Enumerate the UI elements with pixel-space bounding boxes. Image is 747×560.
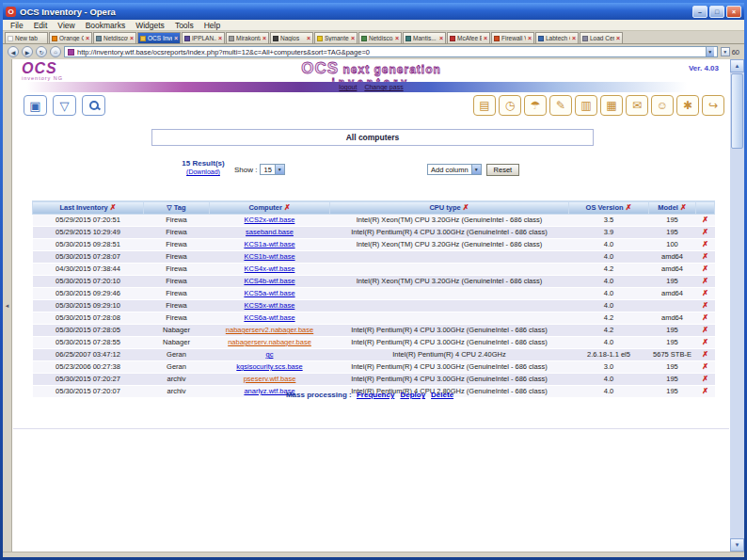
reset-button[interactable]: Reset bbox=[486, 164, 520, 176]
tab-close-icon[interactable]: × bbox=[484, 35, 487, 41]
download-link[interactable]: (Download) bbox=[170, 168, 236, 175]
title-bar[interactable]: O OCS Inventory - Opera – □ × bbox=[3, 3, 744, 20]
delete-row-icon[interactable]: ✗ bbox=[702, 301, 708, 310]
label-icon[interactable]: ✎ bbox=[549, 95, 572, 116]
all-computers-icon[interactable]: ▣ bbox=[24, 95, 47, 116]
zoom-dropdown-icon[interactable]: ▼ bbox=[721, 47, 730, 56]
users-icon[interactable]: ☺ bbox=[651, 95, 674, 116]
menu-item[interactable]: View bbox=[57, 21, 74, 30]
agent-icon[interactable]: ☂ bbox=[524, 95, 547, 116]
delete-row-icon[interactable]: ✗ bbox=[702, 289, 708, 297]
mass-processing-link[interactable]: Deploy bbox=[400, 391, 425, 399]
computer-link[interactable]: pseserv.wtf.base bbox=[244, 375, 296, 383]
remove-column-icon[interactable]: ✗ bbox=[110, 203, 117, 212]
computer-link[interactable]: saseband.base bbox=[246, 228, 294, 236]
delete-row-icon[interactable]: ✗ bbox=[702, 375, 708, 383]
browser-tab[interactable]: Mirakonta... × bbox=[226, 32, 269, 43]
menu-item[interactable]: Edit bbox=[34, 21, 48, 30]
scroll-track[interactable] bbox=[730, 72, 744, 538]
computer-link[interactable]: kgsisocurity.scs.base bbox=[236, 362, 302, 371]
search-icon[interactable] bbox=[82, 95, 105, 116]
remove-column-icon[interactable]: ✗ bbox=[284, 203, 291, 212]
scroll-down-icon[interactable]: ▼ bbox=[730, 538, 744, 552]
tab-close-icon[interactable]: × bbox=[130, 35, 134, 41]
browser-tab[interactable]: OCS Inven... × bbox=[137, 32, 181, 43]
computer-link[interactable]: KCS1b-wtf.base bbox=[244, 252, 294, 261]
menu-item[interactable]: Bookmarks bbox=[86, 21, 126, 30]
mass-processing-link[interactable]: Frequency bbox=[357, 391, 394, 399]
column-header[interactable]: Model ✗ bbox=[649, 201, 696, 215]
show-select[interactable]: 15 ▼ bbox=[260, 164, 284, 175]
tab-close-icon[interactable]: × bbox=[174, 35, 178, 41]
logout-icon[interactable]: ↪ bbox=[702, 95, 724, 116]
computer-link[interactable]: KCS5a-wtf.base bbox=[244, 289, 294, 297]
column-header[interactable]: CPU type ✗ bbox=[330, 201, 569, 215]
chevron-down-icon[interactable]: ▼ bbox=[471, 165, 481, 174]
delete-row-icon[interactable]: ✗ bbox=[702, 252, 708, 261]
remove-column-icon[interactable]: ✗ bbox=[463, 203, 469, 212]
browser-tab[interactable]: Orange CM... × bbox=[49, 32, 92, 43]
change-pass-link[interactable]: Change pass bbox=[364, 84, 403, 90]
column-header[interactable] bbox=[696, 201, 715, 215]
minimize-button[interactable]: – bbox=[692, 6, 707, 18]
dictionary-icon[interactable]: ▤ bbox=[473, 95, 496, 116]
computer-link[interactable]: KCS6a-wtf.base bbox=[244, 313, 294, 322]
browser-tab[interactable]: McAfee E... × bbox=[447, 32, 490, 43]
duplicates-icon[interactable]: ▦ bbox=[600, 95, 623, 116]
delete-row-icon[interactable]: ✗ bbox=[702, 362, 708, 371]
computer-link[interactable]: KCS5x-wtf.base bbox=[245, 301, 295, 310]
column-header[interactable]: ▽ Tag bbox=[144, 201, 210, 215]
remove-column-icon[interactable]: ✗ bbox=[626, 203, 632, 212]
computer-link[interactable]: KCS2x-wtf.base bbox=[245, 216, 295, 224]
tab-close-icon[interactable]: × bbox=[616, 35, 620, 41]
computer-link[interactable]: KCS4b-wtf.base bbox=[244, 277, 294, 285]
reload-icon[interactable]: ↻ bbox=[36, 46, 47, 57]
url-dropdown-icon[interactable]: ▼ bbox=[706, 47, 714, 56]
tab-close-icon[interactable]: × bbox=[218, 35, 222, 41]
browser-tab[interactable]: Firewall V... × bbox=[491, 32, 534, 43]
back-icon[interactable]: ◀ bbox=[8, 46, 19, 57]
tab-close-icon[interactable]: × bbox=[528, 35, 532, 41]
remove-column-icon[interactable]: ✗ bbox=[680, 203, 687, 212]
menu-item[interactable]: File bbox=[10, 21, 24, 30]
browser-tab[interactable]: IPPLAN... × bbox=[182, 32, 225, 43]
computer-link[interactable]: nabagerserv.nabager.base bbox=[228, 338, 311, 346]
delete-row-icon[interactable]: ✗ bbox=[702, 338, 708, 346]
tab-close-icon[interactable]: × bbox=[262, 35, 266, 41]
chevron-down-icon[interactable]: ▼ bbox=[275, 165, 284, 174]
home-icon[interactable]: ⌂ bbox=[50, 46, 61, 57]
browser-tab[interactable]: Netdisco... × bbox=[358, 32, 402, 43]
close-button[interactable]: × bbox=[726, 6, 741, 18]
tab-close-icon[interactable]: × bbox=[439, 35, 443, 41]
queue-icon[interactable]: ▥ bbox=[575, 95, 597, 116]
tab-close-icon[interactable]: × bbox=[572, 35, 576, 41]
browser-tab[interactable]: Nagios × bbox=[270, 32, 313, 43]
tab-close-icon[interactable]: × bbox=[395, 35, 399, 41]
forward-icon[interactable]: ▶ bbox=[22, 46, 33, 57]
browser-tab[interactable]: Mantis... × bbox=[403, 32, 446, 43]
logout-link[interactable]: logout bbox=[339, 84, 357, 90]
maximize-button[interactable]: □ bbox=[709, 6, 724, 18]
new-tab-button[interactable]: New tab bbox=[5, 32, 48, 43]
url-input[interactable]: http://inventory.wtf.base/ocsreports/ind… bbox=[64, 46, 718, 57]
mass-processing-link[interactable]: Delete bbox=[431, 391, 453, 399]
config-icon[interactable]: ✱ bbox=[676, 95, 699, 116]
column-header[interactable]: OS Version ✗ bbox=[569, 201, 649, 215]
menu-item[interactable]: Tools bbox=[175, 21, 194, 30]
zoom-indicator[interactable]: ▼ 60 bbox=[721, 47, 739, 56]
tag-filter-icon[interactable]: ▽ bbox=[53, 95, 76, 116]
panel-toggle[interactable]: ◂ bbox=[3, 59, 12, 552]
browser-tab[interactable]: Load Cert... × bbox=[580, 32, 623, 43]
browser-tab[interactable]: Symantec... × bbox=[314, 32, 358, 43]
delete-row-icon[interactable]: ✗ bbox=[702, 277, 708, 285]
tab-close-icon[interactable]: × bbox=[307, 35, 310, 41]
tab-close-icon[interactable]: × bbox=[86, 35, 89, 41]
messages-icon[interactable]: ✉ bbox=[626, 95, 648, 116]
tab-close-icon[interactable]: × bbox=[351, 35, 355, 41]
browser-tab[interactable]: Labtech C... × bbox=[535, 32, 579, 43]
column-header[interactable]: Computer ✗ bbox=[210, 201, 330, 215]
delete-row-icon[interactable]: ✗ bbox=[702, 326, 708, 334]
add-column-select[interactable]: Add column ▼ bbox=[427, 164, 482, 175]
scroll-up-icon[interactable]: ▲ bbox=[730, 59, 744, 72]
computer-link[interactable]: nabagerserv2.nabager.base bbox=[226, 326, 313, 334]
